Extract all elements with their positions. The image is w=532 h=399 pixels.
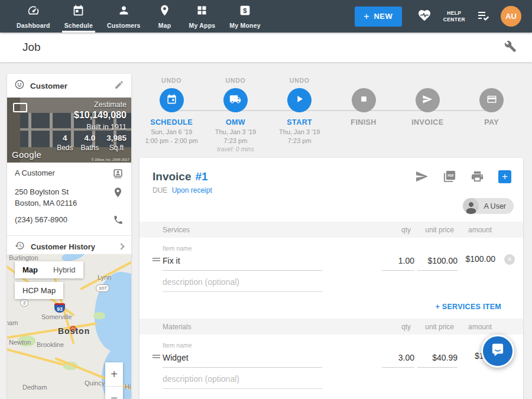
send-invoice-icon[interactable] <box>415 170 429 183</box>
map-label-newton: Newton <box>9 339 31 346</box>
invoice-number[interactable]: #1 <box>195 170 207 183</box>
undo-omw-button[interactable]: UNDO <box>203 77 267 85</box>
customer-card-title: Customer <box>30 82 67 90</box>
workflow-step-finish: FINISH <box>332 77 395 153</box>
stat-sqft: 3,985 Sq.ft <box>106 134 126 152</box>
stat-value: 4.0 <box>81 134 99 142</box>
step-time: 7:23 pm <box>203 137 267 144</box>
help-center-button[interactable]: HELP CENTER <box>443 10 465 22</box>
omw-step-button[interactable] <box>223 88 248 112</box>
qty-column-header: qty <box>369 226 411 234</box>
edit-pencil-icon[interactable] <box>114 80 124 92</box>
service-description-input[interactable]: description (optional) <box>163 273 322 292</box>
service-qty-input[interactable]: 1.00 <box>382 252 414 271</box>
user-avatar[interactable]: AU <box>501 6 521 27</box>
print-icon[interactable] <box>471 170 484 183</box>
customer-address-row: 250 Boylston St Boston, MA 02116 <box>7 181 131 209</box>
nav-label: Customers <box>107 22 141 29</box>
phone-icon[interactable] <box>113 215 124 228</box>
address-line1: 250 Boylston St <box>15 187 77 198</box>
service-item-name-input[interactable]: Fix it <box>163 252 322 271</box>
material-description-input[interactable]: description (optional) <box>163 370 322 389</box>
zestimate-label: Zestimate <box>94 100 126 109</box>
hybrid-button[interactable]: Hybrid <box>46 261 83 278</box>
drag-handle-icon[interactable] <box>153 353 163 359</box>
map-road <box>7 346 65 366</box>
credit-card-icon[interactable] <box>479 88 504 112</box>
street-view-photo[interactable]: Zestimate $10,149,080 Built in 1911 4 Be… <box>7 98 131 163</box>
add-invoice-button[interactable]: + <box>498 170 511 183</box>
nav-item-schedule[interactable]: Schedule <box>57 0 100 33</box>
customer-name: A Customer <box>15 168 55 179</box>
nav-label: Map <box>158 22 171 29</box>
history-icon <box>15 241 25 253</box>
schedule-step-button[interactable] <box>160 88 184 112</box>
customer-card: Customer Zestimate $10,149,080 Built in … <box>7 74 131 258</box>
zoom-in-button[interactable]: + <box>105 362 123 386</box>
map-label-somerville: Somerville <box>41 313 72 320</box>
map-zoom-control: + − <box>105 362 123 399</box>
home-stats: 4 Beds 4.0 Baths 3,985 Sq.ft <box>57 134 126 152</box>
material-qty-input[interactable]: 3.00 <box>382 349 414 368</box>
nav-item-my-money[interactable]: $ My Money <box>222 0 267 33</box>
nav-item-my-apps[interactable]: My Apps <box>182 0 223 33</box>
nav-label: Dashboard <box>17 22 50 29</box>
nav-label: My Money <box>229 22 260 29</box>
remove-item-icon[interactable]: × <box>504 254 515 265</box>
send-icon <box>422 94 433 107</box>
chevron-right-icon <box>118 244 124 250</box>
google-logo: Google <box>12 150 41 160</box>
undo-start-button[interactable]: UNDO <box>268 77 332 85</box>
stat-value: 3,985 <box>106 134 126 142</box>
amount-column-header: amount <box>454 323 492 331</box>
pdf-icon[interactable]: PDF <box>443 170 456 183</box>
start-step-button[interactable] <box>287 88 312 112</box>
zoom-out-button[interactable]: − <box>105 386 123 399</box>
help-line1: HELP <box>443 10 465 17</box>
nav-label: Schedule <box>64 22 93 29</box>
location-pin-icon[interactable] <box>112 187 124 200</box>
finish-step-button[interactable] <box>352 88 376 112</box>
material-unit-price-input[interactable]: $40.99 <box>417 349 458 368</box>
street-view-frame-icon[interactable] <box>13 103 27 112</box>
materials-header-row: Materials qty unit price amount <box>140 319 523 335</box>
item-name-label: Item name <box>163 342 322 349</box>
undo-schedule-button[interactable]: UNDO <box>140 77 203 85</box>
map-label-boston: Boston <box>58 326 90 336</box>
stat-label: Beds <box>57 144 73 152</box>
map-type-buttons: Map Hybrid <box>15 261 83 278</box>
service-unit-price-input[interactable]: $100.00 <box>417 252 458 271</box>
map-label-dedham: Dedham <box>22 384 47 391</box>
zillow-attribution: © Zillow, Inc. 2006-2017 <box>92 158 129 161</box>
stat-baths: 4.0 Baths <box>81 134 99 152</box>
due-value-link[interactable]: Upon receipt <box>172 186 212 194</box>
map-pin-icon <box>158 4 171 19</box>
step-time: 1:00 pm - 2:00 pm <box>140 137 203 144</box>
map-widget[interactable]: Burlington Lynn 107 2 93 Somerville ham … <box>7 254 131 399</box>
qty-column-header: qty <box>369 323 411 331</box>
service-item-row: Item name Fix it 1.00 $100.00 $100.00 × <box>140 245 523 271</box>
add-services-item-link[interactable]: + SERVICES ITEM <box>140 303 523 311</box>
checklist-icon[interactable] <box>476 8 490 25</box>
amount-column-header: amount <box>454 226 492 234</box>
step-label: FINISH <box>332 118 395 126</box>
job-tools-icon[interactable] <box>504 40 517 55</box>
drag-handle-icon[interactable] <box>153 257 163 262</box>
invoice-step-button[interactable] <box>416 88 440 112</box>
assignee-chip[interactable]: A User <box>463 198 514 214</box>
material-item-name-input[interactable]: Widget <box>163 349 322 368</box>
calendar-icon <box>166 93 177 107</box>
nav-item-map[interactable]: Map <box>148 0 182 33</box>
assignee-avatar-icon <box>463 198 479 214</box>
map-label-brookline: Brookline <box>37 341 64 348</box>
contact-card-icon[interactable] <box>112 168 124 181</box>
svg-text:$: $ <box>243 7 247 14</box>
chat-bubble-button[interactable] <box>481 335 514 368</box>
nav-item-dashboard[interactable]: Dashboard <box>9 0 57 33</box>
new-button[interactable]: + NEW <box>355 7 402 27</box>
heart-pulse-icon[interactable] <box>417 8 432 25</box>
person-icon <box>118 4 130 19</box>
nav-item-customers[interactable]: Customers <box>100 0 148 33</box>
hcp-map-button[interactable]: HCP Map <box>15 282 63 299</box>
map-button[interactable]: Map <box>15 261 46 278</box>
